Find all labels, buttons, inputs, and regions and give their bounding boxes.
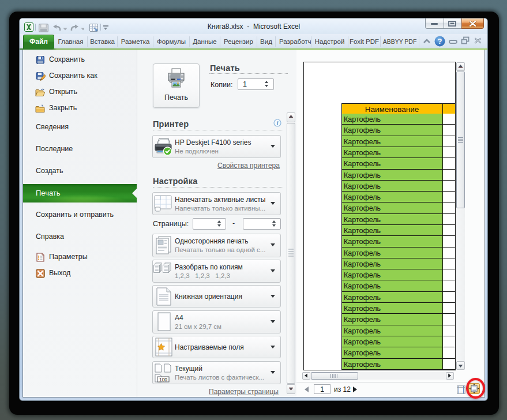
svg-text:100: 100 [159,377,167,382]
svg-text:i: i [277,121,279,126]
svg-text:?: ? [438,37,442,46]
